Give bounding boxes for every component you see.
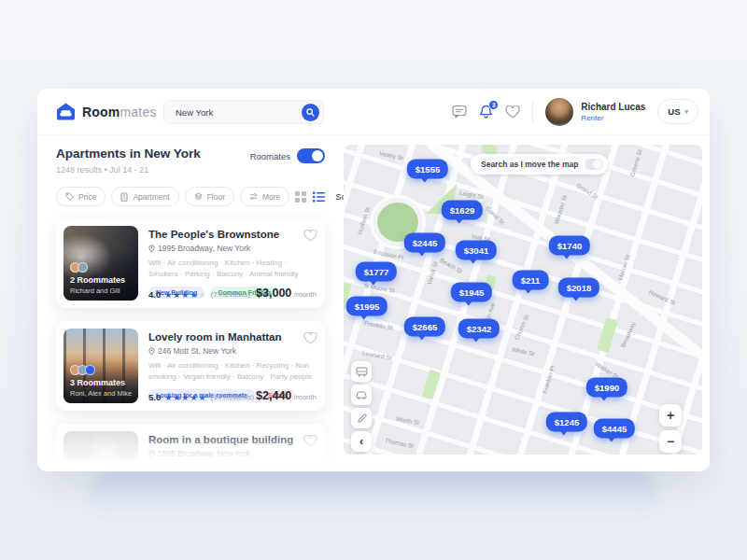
results-panel: Apartments in New York 1248 results • Ju… xyxy=(37,135,344,471)
map-price-pin[interactable]: $4445 xyxy=(594,419,635,439)
reviews-count: (14 Reviews) xyxy=(211,393,255,401)
location-pin-icon xyxy=(148,245,155,253)
search-as-move-pill[interactable]: Search as I move the map xyxy=(471,154,608,175)
favorites-button[interactable] xyxy=(505,105,520,119)
app-logo[interactable]: Roommates xyxy=(56,103,166,120)
price-period: /month xyxy=(294,290,317,299)
listing-body: The People's Brownstone 1995 Broadway, N… xyxy=(148,226,317,301)
listing-rating: 5.0 ★★★★★ (14 Reviews) xyxy=(148,392,254,402)
filter-label: More xyxy=(262,192,280,202)
map-price-pin[interactable]: $1777 xyxy=(356,262,397,282)
map-price-pin[interactable]: $1995 xyxy=(346,297,388,316)
map-price-pin[interactable]: $2342 xyxy=(458,319,500,339)
listing-card[interactable]: 3 Roommates Roni, Alex and Mike Lovely r… xyxy=(56,321,325,411)
logo-text: Roommates xyxy=(82,105,157,119)
app-window: Roommates New York xyxy=(37,89,710,471)
map-street-grid xyxy=(344,145,702,455)
listing-card[interactable]: 2 Roommates Richard and Gill The People'… xyxy=(56,218,325,308)
filter-bar: Price Apartment Floor xyxy=(56,187,325,206)
collapse-map-button[interactable]: ‹ xyxy=(351,431,372,452)
price-period: /month xyxy=(294,393,317,401)
locale-selector[interactable]: US ▾ xyxy=(657,99,698,124)
plus-icon: + xyxy=(667,408,674,423)
map-price-pin[interactable]: $211 xyxy=(513,271,549,290)
listing-amenities: Wifi · Air conditioning · Kitchen · Recy… xyxy=(148,360,313,384)
draw-area-button[interactable] xyxy=(351,408,372,428)
window-reflection xyxy=(89,467,658,532)
map-price-pin[interactable]: $1629 xyxy=(442,201,483,220)
map-price-pin[interactable]: $1245 xyxy=(546,413,587,432)
minus-icon: − xyxy=(667,434,674,449)
filter-more[interactable]: More xyxy=(240,187,289,206)
listing-rating: 4.0 ★★★★★ (7 Reviews) xyxy=(148,289,250,300)
notifications-button[interactable]: 3 xyxy=(479,105,493,119)
map-price-pin[interactable]: $1555 xyxy=(407,160,448,179)
map-price-pin[interactable]: $2665 xyxy=(404,317,445,337)
roommate-avatars xyxy=(70,262,125,273)
favorite-listing-button[interactable] xyxy=(303,435,317,450)
listing-title: The People's Brownstone xyxy=(148,229,317,240)
map-price-pin[interactable]: $2018 xyxy=(558,278,599,298)
location-pin-icon xyxy=(148,450,155,458)
grid-view-button[interactable] xyxy=(295,191,306,203)
listing-card[interactable]: Room in a boutique building 1995 Broadwa… xyxy=(56,424,325,471)
filter-floor[interactable]: Floor xyxy=(185,187,234,206)
photo-meta: 3 Roommates Roni, Alex and Mike xyxy=(70,365,132,398)
transit-car-button[interactable] xyxy=(351,385,372,405)
zoom-out-button[interactable]: − xyxy=(659,430,682,453)
address-text: 1995 Broadway, New York xyxy=(158,244,250,253)
header-actions: 3 Richard Lucas Renter US ▾ xyxy=(452,98,698,126)
listing-title: Room in a boutique building xyxy=(148,434,317,445)
map-price-pin[interactable]: $1740 xyxy=(549,236,590,256)
chat-icon xyxy=(452,105,467,119)
transit-bus-button[interactable] xyxy=(351,361,372,382)
list-view-button[interactable] xyxy=(313,191,325,203)
photo-meta: 2 Roommates Richard and Gill xyxy=(70,262,125,295)
favorite-listing-button[interactable] xyxy=(303,332,317,347)
sliders-icon xyxy=(249,192,258,201)
roommates-toggle[interactable] xyxy=(297,148,325,163)
favorite-listing-button[interactable] xyxy=(303,230,317,245)
filter-label: Floor xyxy=(207,192,225,202)
roommates-toggle-label: Roomates xyxy=(250,151,290,161)
map-price-pin[interactable]: $3041 xyxy=(456,241,497,260)
listing-photo: 2 Roommates Richard and Gill xyxy=(63,226,138,301)
building-icon xyxy=(120,192,128,202)
photo-overlay xyxy=(63,431,138,471)
listing-amenities: Wifi · Air conditioning · Kitchen · Heat… xyxy=(148,258,313,281)
filter-price[interactable]: Price xyxy=(56,187,106,206)
map-price-pin[interactable]: $1945 xyxy=(451,283,492,302)
filter-apartment[interactable]: Apartment xyxy=(111,187,178,206)
search-icon xyxy=(306,108,315,117)
search-input[interactable]: New York xyxy=(176,107,213,118)
filter-label: Apartment xyxy=(133,192,169,202)
listing-body: Room in a boutique building 1995 Broadwa… xyxy=(148,431,317,471)
map-price-pin[interactable]: $1990 xyxy=(586,378,627,398)
avatar xyxy=(85,365,95,375)
price-value: $3,000 xyxy=(256,287,291,300)
search-as-move-toggle[interactable] xyxy=(585,159,603,170)
search-button[interactable] xyxy=(302,104,319,121)
listing-photo: 3 Roommates Roni, Alex and Mike xyxy=(63,329,138,403)
listing-price: $2,440 /month xyxy=(256,389,317,402)
notification-count-badge: 3 xyxy=(488,100,499,110)
map-price-pin[interactable]: $2445 xyxy=(404,233,445,253)
grid-icon xyxy=(295,191,306,203)
tag-icon xyxy=(65,192,74,201)
reviews-count: (7 Reviews) xyxy=(211,290,250,299)
filter-label: Price xyxy=(78,192,96,202)
messages-button[interactable] xyxy=(452,105,467,119)
user-role: Renter xyxy=(581,114,645,122)
listing-photo xyxy=(63,431,138,471)
map-canvas[interactable]: Vestry St Laight St Hudson St Canal St Y… xyxy=(344,145,702,455)
listing-title: Lovely room in Manhattan xyxy=(148,331,317,343)
search-as-move-label: Search as I move the map xyxy=(481,160,578,169)
avatar[interactable] xyxy=(545,98,573,126)
view-switcher xyxy=(295,191,325,203)
user-name: Richard Lucas xyxy=(581,102,645,112)
roommates-count: 2 Roommates xyxy=(70,275,125,285)
search-bar[interactable]: New York xyxy=(163,100,324,124)
star-rating: ★★★★★ xyxy=(164,290,206,300)
zoom-in-button[interactable]: + xyxy=(659,404,682,427)
user-menu[interactable]: Richard Lucas Renter xyxy=(545,98,645,126)
